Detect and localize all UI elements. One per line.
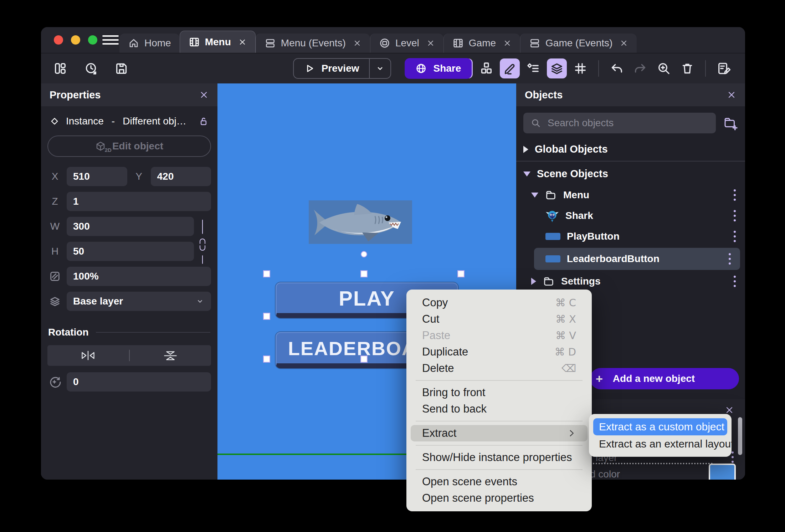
scene-objects-section[interactable]: Scene Objects — [516, 163, 745, 185]
width-field[interactable] — [67, 217, 194, 236]
close-tab-icon[interactable] — [426, 39, 435, 47]
add-folder-icon[interactable] — [723, 116, 738, 131]
close-tab-icon[interactable] — [238, 38, 247, 46]
opacity-field[interactable] — [67, 267, 211, 286]
y-field[interactable] — [151, 167, 211, 186]
lock-aspect-ratio-toggle[interactable] — [194, 217, 211, 267]
toolbar: Preview Share — [41, 53, 745, 83]
search-objects-input[interactable] — [548, 117, 709, 129]
tab-menu-events[interactable]: Menu (Events) — [256, 34, 370, 53]
rotation-field[interactable] — [67, 372, 211, 392]
search-objects-box[interactable] — [523, 113, 716, 133]
item-options-icon[interactable] — [727, 251, 733, 267]
context-menu-item-paste[interactable]: Paste ⌘ V — [406, 327, 592, 344]
save-button[interactable] — [114, 61, 129, 76]
instances-list-button[interactable] — [523, 58, 543, 78]
layer-select[interactable]: Base layer — [67, 292, 211, 311]
x-field[interactable] — [67, 167, 127, 186]
rotation-handle[interactable] — [361, 251, 367, 257]
tree-item-leaderboardbutton[interactable]: LeaderboardButton — [534, 248, 740, 270]
context-menu-item-send-to-back[interactable]: Send to back — [406, 401, 592, 417]
selection-handle-top-right[interactable] — [457, 270, 465, 277]
tree-item-shark[interactable]: Shark — [516, 205, 745, 226]
y-label: Y — [132, 171, 147, 182]
context-menu-item-cut[interactable]: Cut ⌘ X — [406, 311, 592, 327]
preview-options-button[interactable] — [370, 59, 391, 78]
submenu-item-extract-external-layout[interactable]: Extract as an external layout — [593, 435, 727, 452]
item-options-icon[interactable] — [732, 208, 738, 224]
grid-button[interactable] — [570, 58, 590, 78]
layers-panel-button[interactable] — [547, 58, 567, 78]
context-menu-item-copy[interactable]: Copy ⌘ C — [406, 295, 592, 311]
unlock-icon[interactable] — [198, 116, 209, 127]
main-menu-icon[interactable] — [102, 35, 119, 45]
z-field[interactable] — [67, 192, 211, 211]
tab-menu[interactable]: Menu — [180, 31, 256, 53]
context-menu-item-show-hide-instance-properties[interactable]: Show/Hide instance properties — [406, 449, 592, 466]
tree-item-playbutton[interactable]: PlayButton — [516, 226, 745, 247]
history-button[interactable] — [83, 61, 99, 76]
item-options-icon[interactable] — [732, 229, 738, 244]
submenu-item-extract-custom-object[interactable]: Extract as a custom object — [593, 418, 727, 435]
selection-handle-middle-left[interactable] — [263, 313, 270, 320]
menu-item-shortcut: ⌘ X — [555, 313, 576, 325]
zoom-button[interactable] — [654, 58, 674, 78]
undo-button[interactable] — [607, 58, 627, 78]
close-tab-icon[interactable] — [353, 39, 361, 47]
scrollbar-thumb[interactable] — [738, 417, 742, 455]
context-menu-item-delete[interactable]: Delete ⌫ — [406, 360, 592, 377]
tab-label: Menu — [205, 36, 231, 48]
tree-folder-settings[interactable]: Settings — [516, 271, 745, 292]
section-divider — [96, 332, 210, 333]
objects-list-button[interactable] — [476, 58, 496, 78]
add-new-object-button[interactable]: + Add a new object — [590, 368, 739, 389]
close-tab-icon[interactable] — [620, 39, 628, 47]
selection-handle-bottom-left[interactable] — [263, 355, 270, 363]
panels-layout-button[interactable] — [52, 61, 68, 76]
close-window-button[interactable] — [54, 35, 63, 45]
play-icon — [304, 63, 315, 74]
close-icon[interactable] — [724, 405, 734, 415]
selection-handle-bottom-center[interactable] — [360, 355, 368, 363]
background-color-swatch[interactable] — [709, 464, 736, 480]
preview-button[interactable]: Preview — [293, 58, 391, 79]
scene-properties-button[interactable] — [714, 58, 734, 78]
selection-handle-top-center[interactable] — [360, 270, 368, 277]
tab-game[interactable]: Game — [443, 34, 520, 53]
close-tab-icon[interactable] — [503, 39, 512, 47]
tab-game-events[interactable]: Game (Events) — [520, 34, 637, 53]
tree-folder-menu[interactable]: Menu — [516, 185, 745, 205]
scene-objects-label: Scene Objects — [537, 168, 608, 180]
share-button[interactable]: Share — [405, 58, 472, 79]
tab-label: Game — [469, 37, 496, 49]
preview-label: Preview — [322, 63, 359, 74]
tree-item-label: LeaderboardButton — [567, 253, 660, 265]
item-options-icon[interactable] — [732, 187, 738, 203]
context-menu-item-open-scene-events[interactable]: Open scene events — [406, 474, 592, 490]
close-panel-icon[interactable] — [727, 90, 737, 100]
menu-item-label: Duplicate — [422, 346, 468, 358]
selection-handle-top-left[interactable] — [263, 270, 270, 277]
height-field[interactable] — [67, 242, 194, 261]
shark-sprite[interactable] — [309, 200, 412, 244]
minimize-window-button[interactable] — [71, 35, 80, 45]
context-menu-item-duplicate[interactable]: Duplicate ⌘ D — [406, 344, 592, 360]
delete-button[interactable] — [677, 58, 697, 78]
tab-label: Game (Events) — [545, 37, 612, 49]
maximize-window-button[interactable] — [88, 35, 97, 45]
context-menu-item-extract[interactable]: Extract — [411, 425, 588, 441]
context-menu-item-bring-to-front[interactable]: Bring to front — [406, 384, 592, 401]
flip-horizontal-button[interactable] — [47, 349, 129, 362]
instance-object-label: Different obj… — [123, 116, 186, 127]
global-objects-section[interactable]: Global Objects — [516, 138, 745, 160]
folder-icon — [543, 275, 555, 287]
close-panel-icon[interactable] — [199, 90, 209, 100]
flip-vertical-button[interactable] — [130, 349, 211, 362]
context-menu-item-open-scene-properties[interactable]: Open scene properties — [406, 490, 592, 506]
edit-mode-button[interactable] — [500, 58, 520, 78]
edit-object-button[interactable]: 2D Edit object — [47, 135, 211, 157]
tab-home[interactable]: Home — [119, 34, 180, 53]
redo-button[interactable] — [630, 58, 650, 78]
item-options-icon[interactable] — [732, 273, 738, 289]
tab-level[interactable]: Level — [370, 34, 443, 53]
